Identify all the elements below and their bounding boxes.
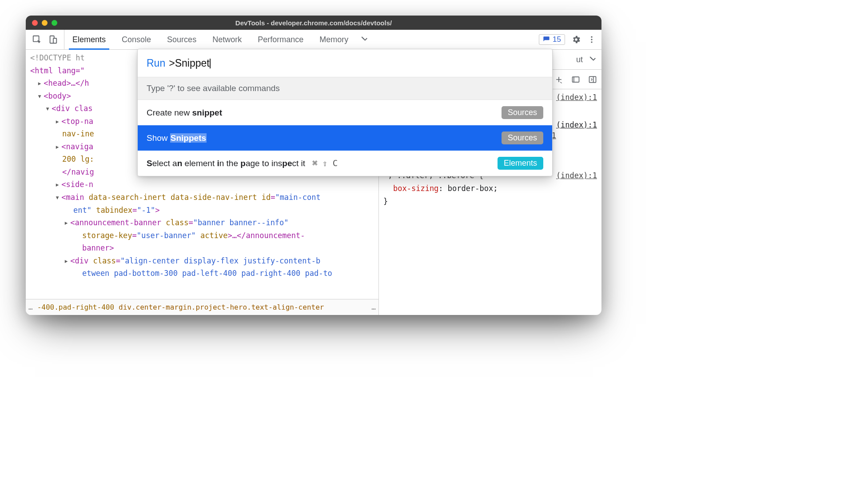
- command-input-row[interactable]: Run >Snippet: [138, 49, 552, 77]
- devtools-window: DevTools - developer.chrome.com/docs/dev…: [26, 16, 577, 315]
- dom-line: <main data-search-inert data-side-nav-in…: [55, 191, 378, 216]
- rule-source-link[interactable]: (index):1: [556, 91, 577, 104]
- tab-elements[interactable]: Elements: [64, 30, 114, 49]
- command-prefix: Run: [147, 57, 165, 69]
- dom-line: <announcement-banner class="banner banne…: [64, 216, 378, 255]
- breadcrumb-item[interactable]: -400.pad-right-400: [37, 303, 114, 311]
- rule-source-link[interactable]: (index):1: [556, 169, 577, 182]
- panel-tabs: Elements Console Sources Network Perform…: [64, 30, 373, 49]
- window-title: DevTools - developer.chrome.com/docs/dev…: [26, 19, 577, 27]
- toolbar-left-controls: [26, 30, 64, 49]
- inspect-element-icon[interactable]: [32, 35, 42, 44]
- command-item-show-snippets[interactable]: Show Snippets Sources: [138, 125, 552, 151]
- tab-performance[interactable]: Performance: [250, 30, 311, 49]
- command-item-source-badge: Elements: [498, 157, 543, 170]
- tab-memory[interactable]: Memory: [311, 30, 356, 49]
- tab-sources[interactable]: Sources: [159, 30, 204, 49]
- command-item-create-snippet[interactable]: Create new snippet Sources: [138, 100, 552, 125]
- toolbar-right-controls: 15: [536, 30, 577, 49]
- dom-line: <div class="align-center display-flex ju…: [64, 255, 378, 280]
- tab-network[interactable]: Network: [204, 30, 250, 49]
- command-item-source-badge: Sources: [502, 106, 543, 119]
- breadcrumb-item-active[interactable]: div.center-margin.project-hero.text-alig…: [119, 303, 324, 311]
- command-item-source-badge: Sources: [502, 131, 543, 144]
- rule-source-link[interactable]: (index):1: [556, 119, 577, 131]
- styles-tab-fragment[interactable]: ut: [576, 55, 577, 64]
- minimize-window-button[interactable]: [42, 20, 48, 26]
- issues-badge[interactable]: 15: [539, 34, 565, 45]
- breadcrumb-overflow-right[interactable]: …: [371, 303, 376, 311]
- command-query: >Snippet: [169, 57, 209, 69]
- close-window-button[interactable]: [32, 20, 38, 26]
- breadcrumb-overflow-left[interactable]: …: [28, 303, 33, 311]
- toggle-classes-icon[interactable]: [571, 75, 577, 84]
- tab-overflow-icon[interactable]: [356, 30, 373, 49]
- new-style-rule-icon[interactable]: [554, 75, 563, 84]
- window-controls: [26, 20, 57, 26]
- command-hint: Type '?' to see available commands: [138, 77, 552, 100]
- dom-breadcrumbs[interactable]: … -400.pad-right-400 div.center-margin.p…: [26, 299, 378, 315]
- titlebar: DevTools - developer.chrome.com/docs/dev…: [26, 16, 577, 30]
- tab-console[interactable]: Console: [114, 30, 159, 49]
- command-menu: Run >Snippet Type '?' to see available c…: [137, 49, 553, 176]
- command-item-select-element[interactable]: Select an element in the page to inspect…: [138, 151, 552, 176]
- settings-gear-icon[interactable]: [571, 35, 577, 44]
- main-toolbar: Elements Console Sources Network Perform…: [26, 30, 577, 50]
- dom-line: <side-n: [55, 178, 378, 191]
- issues-count: 15: [553, 35, 561, 44]
- svg-rect-6: [573, 77, 578, 82]
- command-shortcut: ⌘ ⇧ C: [312, 158, 338, 168]
- zoom-window-button[interactable]: [52, 20, 57, 26]
- device-toolbar-icon[interactable]: [48, 35, 58, 44]
- svg-rect-2: [53, 38, 56, 43]
